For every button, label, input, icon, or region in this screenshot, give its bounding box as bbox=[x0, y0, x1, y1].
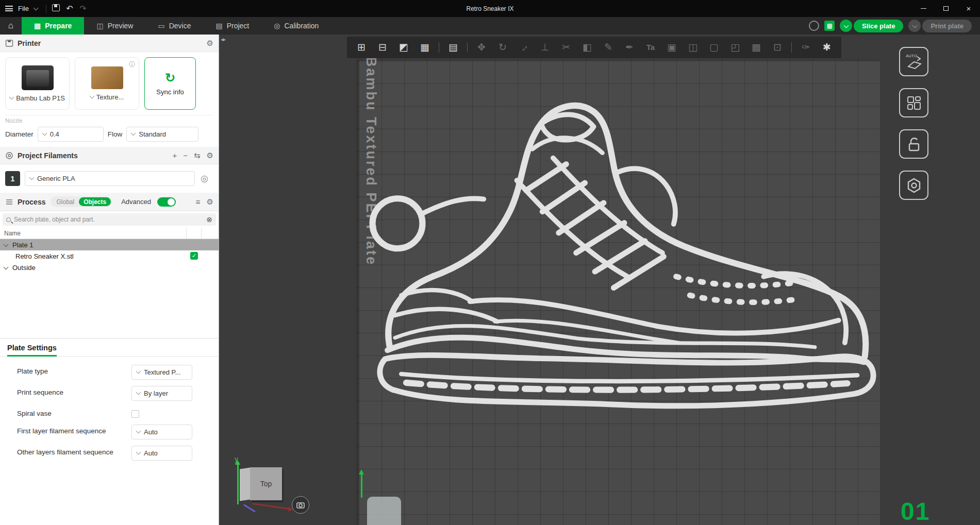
panel-collapse-handle[interactable]: ◂▸ bbox=[221, 36, 225, 43]
plate-settings-title: Plate Settings bbox=[7, 344, 57, 357]
search-input[interactable] bbox=[14, 216, 203, 223]
titlebar: File ↶ ↷ Retro Sneaker IX × bbox=[0, 0, 980, 17]
expand-icon[interactable] bbox=[4, 264, 9, 269]
filament-dropdown[interactable]: Generic PLA bbox=[25, 171, 195, 186]
close-button[interactable]: × bbox=[957, 0, 980, 17]
filament-settings-icon[interactable]: ⚙ bbox=[207, 151, 213, 160]
scope-global[interactable]: Global bbox=[52, 197, 79, 206]
printer-card[interactable]: Bambu Lab P1S bbox=[5, 57, 70, 110]
other-layers-sequence-dropdown[interactable]: Auto bbox=[131, 446, 192, 461]
tab-calibration[interactable]: ◎ Calibration bbox=[261, 17, 331, 35]
redo-icon[interactable]: ↷ bbox=[76, 4, 90, 13]
expand-icon[interactable] bbox=[4, 242, 9, 247]
plate-type-card[interactable]: ⓘ Texture... bbox=[75, 57, 139, 110]
plate-type-dropdown[interactable]: Textured P... bbox=[131, 365, 192, 380]
arrange-icon[interactable]: ▦ bbox=[416, 37, 434, 58]
measure-icon[interactable]: ◰ bbox=[726, 37, 744, 58]
plate-number[interactable]: 01 bbox=[901, 497, 930, 525]
minimize-button[interactable] bbox=[912, 0, 935, 17]
add-plate-icon[interactable]: ⊟ bbox=[373, 37, 392, 58]
mesh-boolean-icon[interactable]: ▣ bbox=[662, 37, 681, 58]
chevron-down-icon[interactable] bbox=[34, 5, 39, 10]
scale-icon[interactable]: ↔ bbox=[509, 35, 538, 62]
advanced-toggle[interactable] bbox=[157, 197, 176, 207]
tab-project[interactable]: ▤ Project bbox=[203, 17, 261, 35]
fill-icon[interactable]: ⊡ bbox=[768, 37, 787, 58]
clear-search-icon[interactable]: ⊗ bbox=[206, 215, 212, 224]
plates-overview-icon[interactable]: ▦ bbox=[824, 21, 835, 31]
variable-layer-height-icon[interactable]: ✑ bbox=[796, 37, 815, 58]
chevron-down-icon bbox=[9, 95, 14, 100]
maximize-button[interactable] bbox=[935, 0, 957, 17]
scope-objects[interactable]: Objects bbox=[79, 197, 111, 206]
orbit-icon[interactable] bbox=[809, 21, 819, 31]
setting-label: Other layers filament sequence bbox=[17, 446, 131, 457]
tree-row-plate[interactable]: Plate 1 bbox=[0, 239, 219, 250]
tab-prepare[interactable]: ▦ Prepare bbox=[22, 17, 84, 35]
pattern-icon[interactable]: ▩ bbox=[747, 37, 766, 58]
paint-support-icon[interactable]: ✎ bbox=[599, 37, 618, 58]
split-to-plates-icon[interactable]: ▤ bbox=[444, 37, 462, 58]
text-tool-icon[interactable]: Ta bbox=[641, 37, 660, 58]
rotate-icon[interactable]: ↻ bbox=[493, 37, 512, 58]
undo-icon[interactable]: ↶ bbox=[63, 4, 76, 13]
diameter-dropdown[interactable]: 0.4 bbox=[38, 127, 104, 142]
spiral-vase-checkbox[interactable] bbox=[131, 410, 139, 418]
chevron-down-icon bbox=[29, 175, 35, 180]
cut-icon[interactable]: ✂ bbox=[557, 37, 575, 58]
wireframe-icon[interactable]: ▢ bbox=[705, 37, 723, 58]
viewport-3d[interactable]: ◂▸ ⊞ ⊟ ◩ ▦ ▤ ✥ ↻ ↔ ⊥ ✂ ◧ ✎ ✒ Ta ▣ ◫ ▢ ◰ … bbox=[219, 35, 980, 525]
split-objects-icon[interactable]: ✱ bbox=[818, 37, 836, 58]
sneaker-model[interactable] bbox=[365, 89, 884, 433]
mirror-icon[interactable]: ◧ bbox=[578, 37, 596, 58]
setting-row-first-layer-seq: First layer filament sequence Auto bbox=[17, 425, 219, 439]
process-settings-icon[interactable]: ⚙ bbox=[207, 197, 213, 207]
object-checkbox[interactable]: ✓ bbox=[190, 252, 198, 260]
tab-preview[interactable]: ◫ Preview bbox=[84, 17, 145, 35]
tab-device[interactable]: ▭ Device bbox=[145, 17, 203, 35]
file-menu[interactable]: File bbox=[18, 5, 29, 12]
assembly-icon[interactable]: ◫ bbox=[684, 37, 702, 58]
object-tree-header: Name bbox=[0, 228, 219, 239]
filament-slot-number[interactable]: 1 bbox=[5, 171, 20, 186]
gizmo-side-face[interactable] bbox=[240, 468, 250, 501]
seam-icon[interactable]: ✒ bbox=[620, 37, 639, 58]
plate-handle-tab[interactable] bbox=[367, 497, 401, 525]
sync-filament-icon[interactable]: ⇆ bbox=[194, 151, 201, 160]
orientation-gizmo[interactable]: y Top x bbox=[234, 458, 311, 525]
lock-button[interactable] bbox=[899, 129, 928, 159]
printer-settings-icon[interactable]: ⚙ bbox=[207, 39, 213, 48]
tree-row-outside[interactable]: Outside bbox=[0, 262, 219, 273]
slice-options-dropdown[interactable] bbox=[840, 20, 852, 32]
print-sequence-dropdown[interactable]: By layer bbox=[131, 386, 192, 401]
plate-settings-button[interactable] bbox=[899, 171, 928, 200]
build-plate[interactable]: Bambu Textured PEI Plate bbox=[356, 59, 880, 525]
menu-icon[interactable] bbox=[5, 6, 13, 11]
tree-row-object[interactable]: Retro Sneaker X.stl ✓ bbox=[0, 250, 219, 262]
camera-view-button[interactable] bbox=[292, 496, 309, 514]
flow-dropdown[interactable]: Standard bbox=[126, 127, 198, 142]
first-layer-sequence-dropdown[interactable]: Auto bbox=[131, 425, 192, 439]
home-icon[interactable]: ⌂ bbox=[0, 17, 22, 35]
sync-info-button[interactable]: ↻ Sync info bbox=[144, 57, 196, 110]
param-list-icon[interactable]: ≡ bbox=[196, 197, 201, 206]
print-options-dropdown[interactable] bbox=[908, 20, 921, 32]
lay-on-face-icon[interactable]: ⊥ bbox=[536, 37, 554, 58]
slice-plate-button[interactable]: Slice plate bbox=[854, 20, 903, 32]
setting-row-plate-type: Plate type Textured P... bbox=[17, 365, 219, 380]
filament-edit-icon[interactable]: ◎ bbox=[201, 173, 208, 184]
add-filament-icon[interactable]: + bbox=[172, 151, 177, 160]
setting-label: Plate type bbox=[17, 365, 131, 376]
auto-orient-all-button[interactable]: AUTO bbox=[899, 47, 928, 76]
info-icon[interactable]: ⓘ bbox=[129, 60, 135, 69]
preview-icon: ◫ bbox=[96, 22, 103, 30]
add-object-icon[interactable]: ⊞ bbox=[352, 37, 371, 58]
arrange-all-button[interactable] bbox=[899, 88, 928, 117]
print-plate-button[interactable]: Print plate bbox=[922, 20, 972, 32]
save-icon[interactable] bbox=[49, 4, 63, 13]
remove-filament-icon[interactable]: − bbox=[183, 151, 188, 160]
gizmo-top-face[interactable]: Top bbox=[250, 467, 282, 500]
move-icon[interactable]: ✥ bbox=[472, 37, 491, 58]
auto-orient-icon[interactable]: ◩ bbox=[394, 37, 413, 58]
flow-value: Standard bbox=[139, 130, 166, 138]
